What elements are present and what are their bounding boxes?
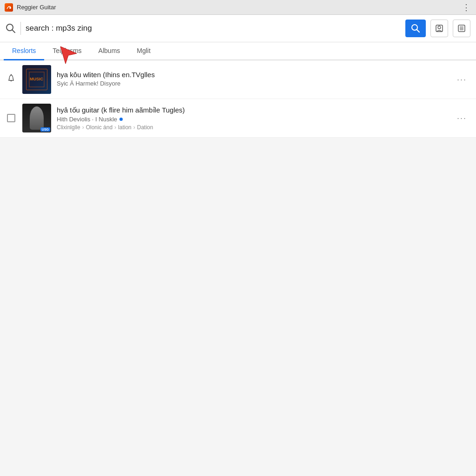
song-info-1: hya kôu wliten (Ihins en.TVglles Syic Ä … — [57, 71, 448, 88]
song-breadcrumb-2: Clixinlglle › Olonic ánd › lation › Dati… — [57, 124, 448, 131]
tab-mglit[interactable]: Mglit — [128, 42, 159, 60]
breadcrumb-sep-1: › — [82, 124, 84, 131]
search-submit-button[interactable] — [405, 20, 426, 37]
tab-albums[interactable]: Albums — [90, 42, 129, 60]
checkbox-area-2[interactable] — [6, 114, 17, 122]
song-item-2: USG hyâ tốu guitar (k flire him aãmbỉle … — [0, 99, 476, 138]
title-bar-left: Reggier Guitar — [5, 3, 56, 12]
bell-area — [6, 74, 17, 86]
song-info-2: hyâ tốu guitar (k flire him aãmbỉle Tugl… — [57, 106, 448, 131]
app-icon — [5, 3, 13, 12]
song-title-1: hya kôu wliten (Ihins en.TVglles — [57, 71, 448, 79]
breadcrumb-part-3: lation — [118, 124, 132, 131]
person-icon-button[interactable] — [430, 20, 448, 37]
svg-rect-13 — [29, 72, 44, 87]
tab-results[interactable]: Reslorts — [4, 42, 44, 60]
svg-point-6 — [438, 26, 441, 29]
song-title-2: hyâ tốu guitar (k flire him aãmbỉle Tugl… — [57, 106, 448, 114]
title-bar: Reggier Guitar ⋮ — [0, 0, 476, 15]
title-bar-menu-icon[interactable]: ⋮ — [462, 2, 471, 13]
song-more-button-1[interactable]: ··· — [453, 73, 470, 86]
song-checkbox-2[interactable] — [7, 114, 15, 122]
online-dot — [119, 118, 123, 121]
search-input[interactable] — [26, 24, 401, 33]
search-magnifier-icon — [6, 23, 16, 33]
breadcrumb-part-1: Clixinlglle — [57, 124, 80, 131]
search-divider — [20, 22, 21, 35]
app-title: Reggier Guitar — [17, 4, 56, 11]
svg-line-4 — [417, 30, 420, 33]
breadcrumb-sep-3: › — [133, 124, 135, 131]
svg-text:MUSIC: MUSIC — [30, 77, 44, 81]
album-art-1: MUSIC — [22, 65, 51, 94]
song-item-1: MUSIC hya kôu wliten (Ihins en.TVglles S… — [0, 60, 476, 99]
svg-point-0 — [9, 7, 11, 9]
song-list: MUSIC hya kôu wliten (Ihins en.TVglles S… — [0, 60, 476, 138]
bell-icon — [7, 74, 16, 86]
breadcrumb-part-4: Dation — [137, 124, 153, 131]
album-art-2: USG — [22, 104, 51, 132]
search-bar — [0, 15, 476, 42]
svg-line-2 — [12, 30, 15, 33]
song-artist-2: Hith Deviolis · I Nuskle — [57, 116, 448, 123]
tabs-bar: Reslorts Teiplusms Albums Mglit — [0, 42, 476, 60]
list-view-icon-button[interactable] — [453, 20, 470, 37]
breadcrumb-part-2: Olonic ánd — [86, 124, 112, 131]
tab-artists[interactable]: Teiplusms — [44, 42, 90, 60]
song-artist-1: Syic Ä Harmek! Disyore — [57, 80, 448, 87]
song-more-button-2[interactable]: ··· — [453, 112, 470, 125]
breadcrumb-sep-2: › — [114, 124, 116, 131]
